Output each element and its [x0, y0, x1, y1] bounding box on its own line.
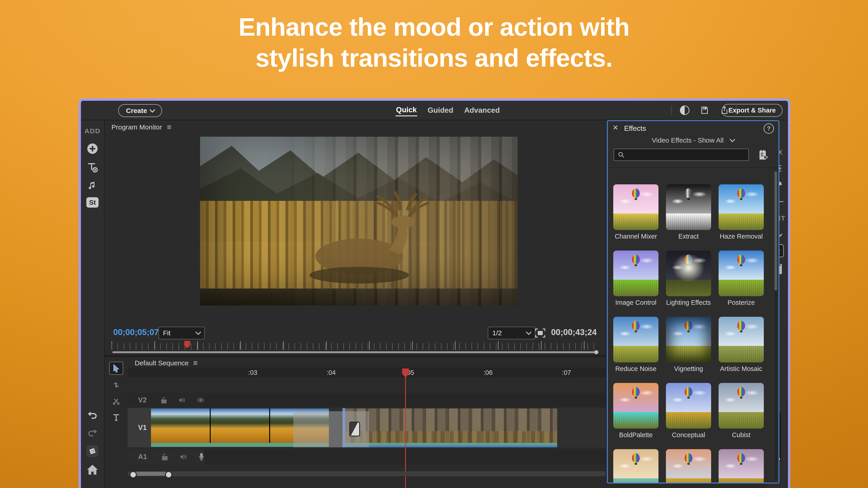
microphone-icon[interactable]	[199, 453, 204, 461]
effect-thumbnail	[719, 383, 764, 429]
effect-label: Artistic Mosaic	[719, 365, 764, 372]
timeline-playhead-line[interactable]	[405, 373, 406, 488]
effect-label: Lighting Effects	[666, 299, 711, 306]
add-text-icon[interactable]	[81, 162, 104, 174]
close-icon[interactable]: ×	[613, 123, 618, 132]
effect-thumbnail	[666, 449, 711, 483]
help-icon[interactable]: ?	[764, 123, 774, 134]
program-monitor-panel: Program Monitor ≡	[105, 121, 606, 356]
audio-icon[interactable]	[179, 397, 185, 403]
applied-effects-icon[interactable]	[758, 150, 769, 160]
tab-advanced[interactable]: Advanced	[464, 105, 500, 116]
effect-item[interactable]	[613, 449, 658, 483]
add-sidebar: ADD St	[81, 121, 105, 488]
effect-item[interactable]: Channel Mixer	[613, 184, 658, 240]
add-media-icon[interactable]	[81, 143, 104, 154]
audio-icon[interactable]	[180, 453, 187, 460]
visibility-icon[interactable]	[197, 397, 204, 403]
effect-item[interactable]: Haze Removal	[719, 184, 764, 240]
video-preview[interactable]	[200, 137, 518, 305]
effect-item[interactable]: Reduce Noise	[613, 317, 658, 372]
monitor-scrollbar-handle[interactable]	[594, 350, 598, 354]
effect-thumbnail	[719, 317, 764, 362]
current-timecode[interactable]: 00;00;05;07	[113, 328, 159, 337]
effect-item[interactable]: Vignetting	[666, 317, 711, 372]
redo-icon[interactable]	[81, 429, 104, 438]
zoom-range-right-handle[interactable]	[165, 471, 172, 478]
timeline-scrollbar[interactable]	[128, 471, 606, 476]
balloon-icon	[632, 321, 640, 330]
organizer-icon[interactable]	[81, 445, 104, 457]
balloon-icon	[737, 255, 745, 264]
effect-item[interactable]: Posterize	[719, 251, 764, 306]
effects-grid: Channel MixerExtractHaze RemovalImage Co…	[613, 184, 767, 483]
zoom-level-dropdown[interactable]: Fit	[158, 327, 205, 339]
clip-deer-forest[interactable]	[345, 409, 557, 443]
export-share-button[interactable]: Export & Share	[722, 104, 783, 117]
effect-thumbnail	[613, 184, 658, 230]
effect-label: BoldPalette	[613, 431, 658, 439]
effect-thumbnail	[719, 184, 764, 230]
tab-quick[interactable]: Quick	[396, 104, 417, 116]
effects-panel-header: × Effects ?	[608, 121, 778, 135]
effects-scrollbar[interactable]	[774, 170, 777, 480]
undo-icon[interactable]	[81, 412, 104, 421]
text-tool[interactable]	[110, 412, 123, 424]
tab-guided[interactable]: Guided	[427, 105, 454, 116]
search-box[interactable]	[614, 149, 749, 161]
effects-category-dropdown[interactable]: Video Effects - Show All	[608, 136, 778, 144]
effect-label: Channel Mixer	[613, 233, 658, 240]
balloon-icon	[632, 387, 640, 396]
playback-quality-dropdown[interactable]: 1/2	[488, 327, 535, 339]
effect-item[interactable]: Conceptual	[666, 383, 711, 439]
effect-label: Vignetting	[666, 365, 711, 372]
zoom-range-left-handle[interactable]	[129, 471, 137, 478]
sequence-title-text: Default Sequence	[135, 359, 189, 367]
selection-tool[interactable]	[109, 362, 123, 375]
home-icon[interactable]	[81, 464, 104, 475]
effect-label: Haze Removal	[719, 233, 764, 240]
effect-label: Image Control	[613, 299, 658, 306]
effect-thumbnail	[613, 449, 658, 483]
app-window: Create QuickGuidedAdvanced Export & Shar…	[79, 98, 790, 488]
chevron-down-icon	[149, 107, 155, 112]
lock-icon[interactable]	[161, 396, 167, 404]
effect-item[interactable]: Artistic Mosaic	[719, 317, 764, 372]
effect-item[interactable]: Lighting Effects	[666, 251, 711, 306]
effects-scrollbar-thumb[interactable]	[774, 171, 777, 291]
effect-item[interactable]: Cubist	[719, 383, 764, 439]
track-row-v2: V2	[128, 393, 606, 407]
transition-overlay[interactable]	[293, 411, 369, 447]
ruler-label: :06	[484, 369, 493, 377]
split-tool[interactable]	[110, 395, 123, 408]
effect-item[interactable]	[719, 449, 764, 483]
contrast-icon[interactable]	[680, 105, 690, 115]
effects-panel: × Effects ? Video Effects - Show All Cha…	[607, 120, 779, 484]
effect-thumbnail	[719, 449, 764, 483]
panel-menu-icon[interactable]: ≡	[193, 359, 198, 367]
effect-thumbnail	[666, 383, 711, 429]
effect-label: Extract	[666, 233, 711, 240]
headline-line-2: stylish transitions and effects.	[0, 43, 868, 74]
track-select-tool[interactable]	[110, 379, 123, 391]
panel-menu-icon[interactable]: ≡	[167, 123, 171, 131]
effect-item[interactable]: Image Control	[613, 251, 658, 306]
search-input[interactable]	[628, 151, 737, 159]
effect-label: Reduce Noise	[613, 365, 658, 372]
effect-item[interactable]	[666, 449, 711, 483]
effect-item[interactable]: Extract	[666, 184, 711, 240]
headline-line-1: Enhance the mood or action with	[0, 12, 868, 43]
add-music-icon[interactable]	[81, 180, 104, 191]
fullscreen-icon[interactable]	[535, 328, 545, 337]
save-icon[interactable]	[700, 105, 710, 115]
effect-item[interactable]: BoldPalette	[613, 383, 658, 439]
track-row-a1: A1	[128, 449, 606, 464]
timeline-zoom-range[interactable]	[130, 472, 172, 476]
stock-media-icon[interactable]: St	[81, 197, 104, 207]
create-button[interactable]: Create	[118, 104, 162, 117]
clip-thumbnail	[211, 409, 270, 443]
create-button-label: Create	[126, 107, 147, 115]
timeline-ruler[interactable]: :03:04:05:06:07	[128, 367, 606, 378]
lock-icon[interactable]	[162, 453, 168, 461]
monitor-scrollbar[interactable]	[112, 351, 597, 353]
